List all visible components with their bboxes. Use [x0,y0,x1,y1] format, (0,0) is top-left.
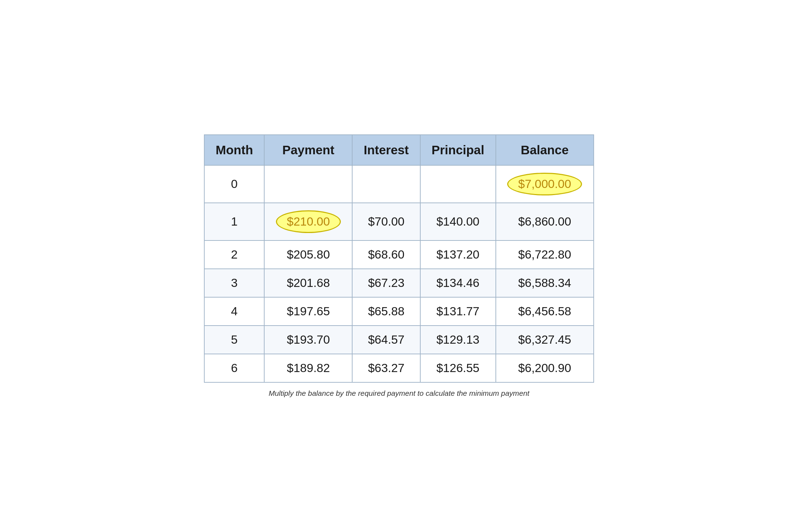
cell-month: 3 [204,269,264,297]
cell-payment: $193.70 [264,326,352,354]
header-principal: Principal [420,135,496,165]
cell-principal: $131.77 [420,297,496,326]
cell-balance: $6,456.58 [496,297,594,326]
cell-principal: $134.46 [420,269,496,297]
cell-payment: $205.80 [264,240,352,269]
cell-principal [420,165,496,203]
cell-payment: $189.82 [264,354,352,382]
cell-payment: $210.00 [264,203,352,240]
cell-interest: $63.27 [352,354,420,382]
cell-principal: $137.20 [420,240,496,269]
cell-payment: $201.68 [264,269,352,297]
table-row: 3$201.68$67.23$134.46$6,588.34 [204,269,594,297]
cell-interest: $65.88 [352,297,420,326]
header-interest: Interest [352,135,420,165]
header-balance: Balance [496,135,594,165]
highlighted-balance: $7,000.00 [507,173,582,195]
amortization-table-container: Month Payment Interest Principal Balance… [204,134,594,398]
cell-balance: $6,588.34 [496,269,594,297]
amortization-table: Month Payment Interest Principal Balance… [204,134,594,383]
cell-interest: $70.00 [352,203,420,240]
cell-balance: $6,200.90 [496,354,594,382]
table-row: 4$197.65$65.88$131.77$6,456.58 [204,297,594,326]
cell-month: 0 [204,165,264,203]
cell-principal: $126.55 [420,354,496,382]
cell-balance: $7,000.00 [496,165,594,203]
cell-payment [264,165,352,203]
cell-payment: $197.65 [264,297,352,326]
cell-interest [352,165,420,203]
cell-interest: $64.57 [352,326,420,354]
table-header-row: Month Payment Interest Principal Balance [204,135,594,165]
cell-balance: $6,860.00 [496,203,594,240]
cell-balance: $6,722.80 [496,240,594,269]
cell-month: 4 [204,297,264,326]
footnote-text: Multiply the balance by the required pay… [204,389,594,398]
cell-balance: $6,327.45 [496,326,594,354]
header-payment: Payment [264,135,352,165]
cell-principal: $129.13 [420,326,496,354]
table-row: 6$189.82$63.27$126.55$6,200.90 [204,354,594,382]
table-row: 5$193.70$64.57$129.13$6,327.45 [204,326,594,354]
cell-month: 6 [204,354,264,382]
cell-month: 5 [204,326,264,354]
header-month: Month [204,135,264,165]
table-row: 0$7,000.00 [204,165,594,203]
table-row: 2$205.80$68.60$137.20$6,722.80 [204,240,594,269]
table-row: 1$210.00$70.00$140.00$6,860.00 [204,203,594,240]
cell-interest: $67.23 [352,269,420,297]
highlighted-payment: $210.00 [276,210,341,233]
cell-interest: $68.60 [352,240,420,269]
cell-month: 1 [204,203,264,240]
cell-principal: $140.00 [420,203,496,240]
cell-month: 2 [204,240,264,269]
